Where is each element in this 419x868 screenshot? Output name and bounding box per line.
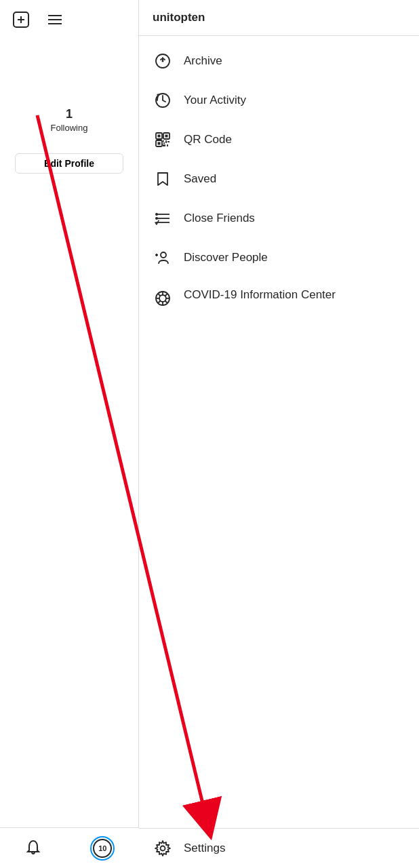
activity-badge-button[interactable]: 10 <box>90 836 115 861</box>
username-header: unitopten <box>139 0 419 36</box>
notification-badge: 10 <box>90 836 115 861</box>
svg-rect-14 <box>158 142 161 145</box>
edit-profile-button[interactable]: Edit Profile <box>15 153 123 174</box>
svg-point-26 <box>155 213 158 216</box>
settings-label: Settings <box>184 842 225 855</box>
svg-point-27 <box>155 217 158 220</box>
covid-label: COVID-19 Information Center <box>184 287 336 303</box>
close-friends-label: Close Friends <box>184 212 255 225</box>
new-post-button[interactable] <box>11 9 31 30</box>
svg-point-41 <box>161 846 165 851</box>
menu-item-qr-code[interactable]: QR Code <box>139 120 419 159</box>
bottom-nav: 10 <box>0 827 139 868</box>
menu-item-settings[interactable]: Settings <box>139 828 419 868</box>
covid-icon <box>153 288 173 309</box>
top-icons <box>0 0 76 39</box>
menu-button[interactable] <box>45 9 65 30</box>
qr-code-label: QR Code <box>184 133 232 146</box>
svg-rect-13 <box>165 135 168 138</box>
svg-line-40 <box>159 301 161 303</box>
menu-item-discover-people[interactable]: Discover People <box>139 238 419 277</box>
archive-label: Archive <box>184 54 222 68</box>
svg-point-28 <box>161 252 166 258</box>
close-friends-icon <box>153 208 173 229</box>
discover-people-label: Discover People <box>184 251 268 264</box>
discover-people-icon <box>153 248 173 268</box>
svg-line-38 <box>165 301 167 303</box>
menu-item-archive[interactable]: Archive <box>139 41 419 81</box>
saved-icon <box>153 169 173 189</box>
your-activity-label: Your Activity <box>184 94 246 107</box>
right-panel: unitopten Archive <box>139 0 419 868</box>
menu-item-close-friends[interactable]: Close Friends <box>139 199 419 238</box>
settings-icon <box>153 838 173 859</box>
svg-line-37 <box>159 294 161 296</box>
badge-count: 10 <box>93 839 112 858</box>
menu-item-covid-info[interactable]: COVID-19 Information Center <box>139 277 419 318</box>
saved-label: Saved <box>184 172 216 186</box>
following-label: Following <box>51 123 88 133</box>
left-panel: 1 Following Edit Profile 10 <box>0 0 139 868</box>
menu-list: Archive Your Activity <box>139 36 419 868</box>
menu-item-your-activity[interactable]: Your Activity <box>139 81 419 120</box>
notifications-button[interactable] <box>24 840 42 857</box>
following-count: 1 <box>66 107 73 121</box>
menu-item-saved[interactable]: Saved <box>139 159 419 199</box>
svg-line-39 <box>165 294 167 296</box>
activity-icon <box>153 90 173 111</box>
svg-point-7 <box>162 60 164 62</box>
profile-stats: 1 Following <box>0 94 138 133</box>
qr-code-icon <box>153 130 173 150</box>
archive-icon <box>153 51 173 71</box>
svg-rect-12 <box>158 135 161 138</box>
